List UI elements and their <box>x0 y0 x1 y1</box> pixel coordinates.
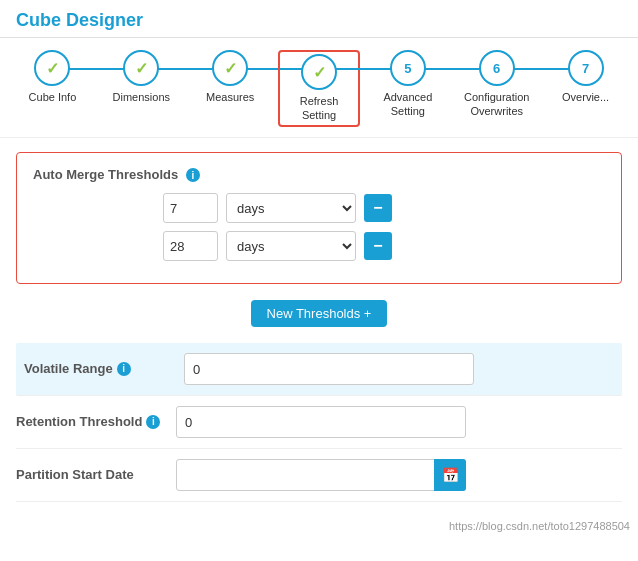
wizard-step-cube-info[interactable]: ✓ Cube Info <box>8 50 97 104</box>
retention-threshold-info-icon[interactable]: i <box>146 415 160 429</box>
step-label-overview: Overvie... <box>562 90 609 104</box>
page-header: Cube Designer <box>0 0 638 38</box>
volatile-range-row: Volatile Range i <box>16 343 622 396</box>
active-step-box: ✓ Refresh Setting <box>278 50 360 127</box>
main-content: Auto Merge Thresholds i days weeks month… <box>0 138 638 517</box>
retention-threshold-input[interactable] <box>176 406 466 438</box>
step-label-configuration: Configuration Overwrites <box>462 90 532 119</box>
step-circle-cube-info: ✓ <box>34 50 70 86</box>
step-circle-measures: ✓ <box>212 50 248 86</box>
calendar-icon[interactable]: 📅 <box>434 459 466 491</box>
auto-merge-section: Auto Merge Thresholds i days weeks month… <box>16 152 622 285</box>
wizard-step-advanced-setting[interactable]: 5 Advanced Setting <box>363 50 452 119</box>
threshold-value-1[interactable] <box>163 193 218 223</box>
wizard-step-overview[interactable]: 7 Overvie... <box>541 50 630 104</box>
volatile-range-label-text: Volatile Range <box>24 360 113 378</box>
partition-start-date-wrapper: 📅 <box>176 459 466 491</box>
volatile-range-label: Volatile Range i <box>24 360 184 378</box>
threshold-value-2[interactable] <box>163 231 218 261</box>
auto-merge-info-icon[interactable]: i <box>186 168 200 182</box>
step-label-advanced-setting: Advanced Setting <box>373 90 443 119</box>
wizard-step-refresh-setting[interactable]: ✓ Refresh Setting <box>275 50 364 127</box>
watermark: https://blog.csdn.net/toto1297488504 <box>0 516 638 536</box>
step-circle-advanced-setting: 5 <box>390 50 426 86</box>
step-label-measures: Measures <box>206 90 254 104</box>
partition-start-date-row: Partition Start Date 📅 <box>16 449 622 502</box>
remove-threshold-2-button[interactable]: − <box>364 232 392 260</box>
retention-threshold-row: Retention Threshold i <box>16 396 622 449</box>
wizard-step-dimensions[interactable]: ✓ Dimensions <box>97 50 186 104</box>
step-circle-dimensions: ✓ <box>123 50 159 86</box>
step-label-cube-info: Cube Info <box>29 90 77 104</box>
volatile-range-input[interactable] <box>184 353 474 385</box>
remove-threshold-1-button[interactable]: − <box>364 194 392 222</box>
retention-threshold-label: Retention Threshold i <box>16 413 176 431</box>
wizard-bar: ✓ Cube Info ✓ Dimensions ✓ Measures ✓ Re… <box>0 38 638 138</box>
retention-threshold-label-text: Retention Threshold <box>16 413 142 431</box>
wizard-step-measures[interactable]: ✓ Measures <box>186 50 275 104</box>
checkmark-icon: ✓ <box>313 63 326 82</box>
threshold-unit-2[interactable]: days weeks months <box>226 231 356 261</box>
wizard-step-configuration[interactable]: 6 Configuration Overwrites <box>452 50 541 119</box>
threshold-unit-1[interactable]: days weeks months <box>226 193 356 223</box>
checkmark-icon: ✓ <box>46 59 59 78</box>
form-section: Volatile Range i Retention Threshold i P… <box>16 343 622 502</box>
threshold-row-1: days weeks months − <box>163 193 605 223</box>
auto-merge-label-row: Auto Merge Thresholds i <box>33 167 605 184</box>
checkmark-icon: ✓ <box>135 59 148 78</box>
partition-start-date-label: Partition Start Date <box>16 466 176 484</box>
step-circle-configuration: 6 <box>479 50 515 86</box>
step-circle-refresh-setting: ✓ <box>301 54 337 90</box>
partition-start-date-input[interactable] <box>176 459 466 491</box>
volatile-range-info-icon[interactable]: i <box>117 362 131 376</box>
auto-merge-label: Auto Merge Thresholds i <box>33 167 200 184</box>
threshold-row-2: days weeks months − <box>163 231 605 261</box>
checkmark-icon: ✓ <box>224 59 237 78</box>
page-title: Cube Designer <box>16 10 143 30</box>
auto-merge-label-text: Auto Merge Thresholds <box>33 167 178 182</box>
partition-start-date-label-text: Partition Start Date <box>16 466 134 484</box>
step-label-refresh-setting: Refresh Setting <box>284 94 354 123</box>
step-label-dimensions: Dimensions <box>113 90 170 104</box>
new-thresholds-button[interactable]: New Thresholds + <box>251 300 388 327</box>
step-circle-overview: 7 <box>568 50 604 86</box>
